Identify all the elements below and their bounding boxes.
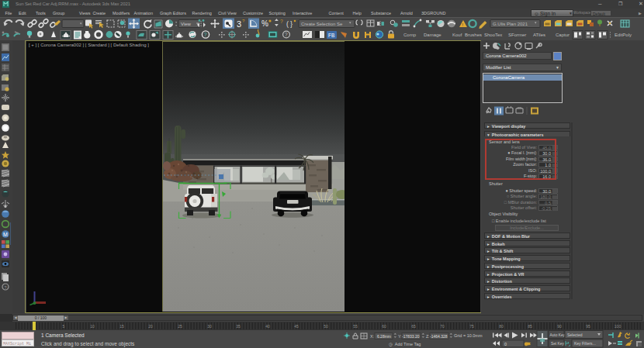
svg-text:ShooTex: ShooTex <box>484 33 502 37</box>
svg-text:40: 40 <box>265 324 270 329</box>
svg-text:3: 3 <box>237 19 241 29</box>
svg-text:?: ? <box>204 32 207 37</box>
svg-text:80: 80 <box>499 324 504 329</box>
svg-text:75: 75 <box>469 324 474 329</box>
svg-text:?: ? <box>285 32 288 37</box>
svg-text:?: ? <box>280 19 283 24</box>
svg-text:EditPoly: EditPoly <box>615 33 632 37</box>
svg-text:}: } <box>290 20 293 28</box>
svg-text:Damage: Damage <box>424 33 441 37</box>
svg-text:100: 100 <box>615 324 621 329</box>
svg-text:SFormer: SFormer <box>508 33 526 37</box>
svg-text:15: 15 <box>119 324 124 329</box>
svg-text:%: % <box>261 19 268 28</box>
svg-text:10: 10 <box>90 324 95 329</box>
svg-text:30: 30 <box>207 324 212 329</box>
svg-text:25: 25 <box>178 324 182 329</box>
svg-text:-1464.328: -1464.328 <box>430 334 448 339</box>
svg-text:X:: X: <box>370 334 375 339</box>
svg-text:?: ? <box>242 19 245 23</box>
svg-text:Kouf: Kouf <box>452 33 462 37</box>
svg-text:60: 60 <box>382 324 386 329</box>
svg-text:(: ( <box>286 20 289 28</box>
svg-text:0: 0 <box>504 342 507 346</box>
svg-text:Key Filters...: Key Filters... <box>574 341 596 346</box>
svg-text:5: 5 <box>63 324 65 329</box>
svg-text:Set Key: Set Key <box>551 342 564 346</box>
svg-text:Comp: Comp <box>403 33 417 37</box>
svg-text:20: 20 <box>148 324 153 329</box>
svg-text:50: 50 <box>324 324 328 329</box>
svg-text:Auto Key: Auto Key <box>550 333 566 337</box>
svg-text:65: 65 <box>411 324 416 329</box>
svg-text:85: 85 <box>528 324 532 329</box>
svg-text:6.28mm: 6.28mm <box>377 334 391 339</box>
svg-text:Captur: Captur <box>556 33 570 37</box>
svg-text:ATiles: ATiles <box>533 33 545 37</box>
svg-text:Create Selection Se: Create Selection Se <box>301 22 343 26</box>
svg-text:Selected: Selected <box>567 332 583 337</box>
svg-text:Brushes: Brushes <box>465 33 482 37</box>
svg-text:55: 55 <box>353 324 358 329</box>
svg-text:45: 45 <box>294 324 299 329</box>
svg-text:G.Ulis Plan 2021: G.Ulis Plan 2021 <box>493 22 528 26</box>
svg-text:View: View <box>181 22 192 26</box>
svg-text:FB: FB <box>328 33 334 38</box>
svg-text:70: 70 <box>440 324 445 329</box>
svg-text:?: ? <box>4 285 6 290</box>
svg-text:35: 35 <box>236 324 241 329</box>
svg-text:M: M <box>3 232 8 237</box>
svg-text:90: 90 <box>557 324 562 329</box>
svg-text:-17833.20: -17833.20 <box>402 334 420 339</box>
svg-text:95: 95 <box>586 324 590 329</box>
